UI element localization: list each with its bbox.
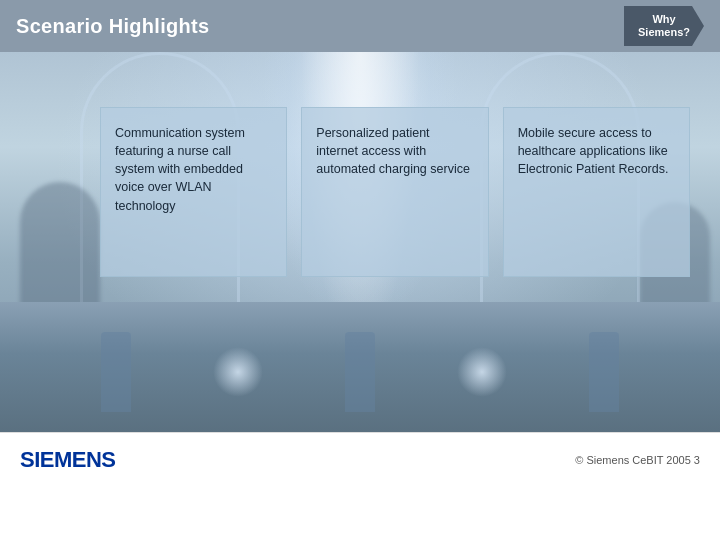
- bottom-scene: [0, 302, 720, 432]
- badge-line1: Why: [652, 13, 675, 26]
- footer: SIEMENS © Siemens CeBIT 2005 3: [0, 432, 720, 486]
- badge-line2: Siemens?: [638, 26, 690, 39]
- bottom-elements: [0, 332, 720, 412]
- siemens-logo: SIEMENS: [20, 447, 116, 473]
- card-3-text: Mobile secure access to healthcare appli…: [518, 124, 675, 178]
- footer-copyright: © Siemens CeBIT 2005 3: [575, 454, 700, 466]
- bottom-light-2: [457, 347, 507, 397]
- card-1-text: Communication system featuring a nurse c…: [115, 124, 272, 215]
- cards-container: Communication system featuring a nurse c…: [100, 107, 690, 277]
- bottom-pillar-2: [345, 332, 375, 412]
- header: Scenario Highlights Why Siemens?: [0, 0, 720, 52]
- scene-area: Communication system featuring a nurse c…: [0, 52, 720, 432]
- bottom-pillar-1: [101, 332, 131, 412]
- why-siemens-badge: Why Siemens?: [624, 6, 704, 46]
- card-2: Personalized patient internet access wit…: [301, 107, 488, 277]
- card-2-text: Personalized patient internet access wit…: [316, 124, 473, 178]
- card-1: Communication system featuring a nurse c…: [100, 107, 287, 277]
- page-title: Scenario Highlights: [16, 15, 210, 38]
- card-3: Mobile secure access to healthcare appli…: [503, 107, 690, 277]
- bottom-light-1: [213, 347, 263, 397]
- bottom-pillar-3: [589, 332, 619, 412]
